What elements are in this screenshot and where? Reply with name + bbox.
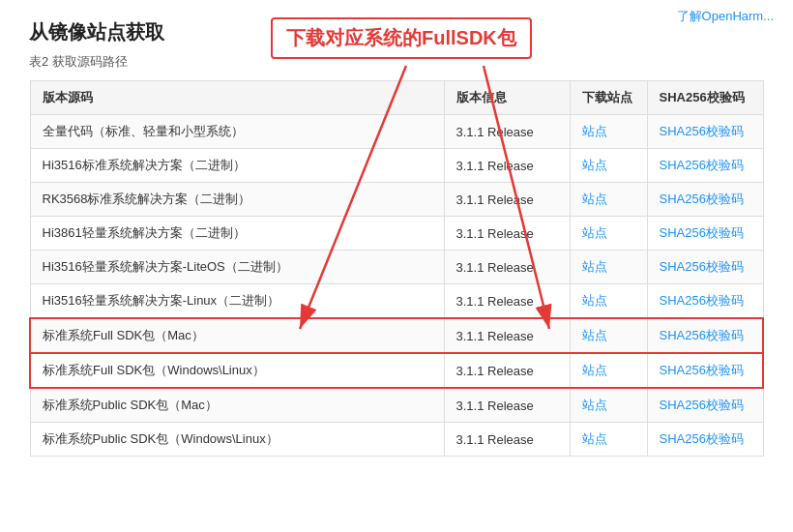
col-header-sha: SHA256校验码 xyxy=(647,81,763,115)
table-row: 标准系统Public SDK包（Mac）3.1.1 Release站点SHA25… xyxy=(30,388,763,423)
table-row: 标准系统Public SDK包（Windows\Linux）3.1.1 Rele… xyxy=(30,423,763,457)
row-sha-link[interactable]: SHA256校验码 xyxy=(647,284,763,319)
row-version: 3.1.1 Release xyxy=(444,423,570,457)
row-name: 标准系统Public SDK包（Windows\Linux） xyxy=(30,423,444,457)
row-site-link[interactable]: 站点 xyxy=(570,217,647,251)
row-name: 标准系统Full SDK包（Mac） xyxy=(30,318,444,353)
table-header-row: 版本源码 版本信息 下载站点 SHA256校验码 xyxy=(30,81,763,115)
callout-box: 下载对应系统的FullSDK包 xyxy=(271,17,532,59)
row-name: Hi3516标准系统解决方案（二进制） xyxy=(30,149,444,183)
row-version: 3.1.1 Release xyxy=(444,318,570,353)
row-site-link[interactable]: 站点 xyxy=(570,284,647,319)
row-sha-link[interactable]: SHA256校验码 xyxy=(647,149,763,183)
row-sha-link[interactable]: SHA256校验码 xyxy=(647,251,763,284)
table-row: Hi3861轻量系统解决方案（二进制）3.1.1 Release站点SHA256… xyxy=(30,217,763,251)
data-table: 版本源码 版本信息 下载站点 SHA256校验码 全量代码（标准、轻量和小型系统… xyxy=(29,80,764,457)
row-site-link[interactable]: 站点 xyxy=(570,388,647,423)
table-row: 标准系统Full SDK包（Mac）3.1.1 Release站点SHA256校… xyxy=(30,318,763,353)
row-version: 3.1.1 Release xyxy=(444,388,570,423)
row-version: 3.1.1 Release xyxy=(444,183,570,217)
row-sha-link[interactable]: SHA256校验码 xyxy=(647,388,763,423)
row-version: 3.1.1 Release xyxy=(444,251,570,284)
row-name: Hi3516轻量系统解决方案-Linux（二进制） xyxy=(30,284,444,319)
row-sha-link[interactable]: SHA256校验码 xyxy=(647,318,763,353)
row-site-link[interactable]: 站点 xyxy=(570,183,647,217)
row-version: 3.1.1 Release xyxy=(444,217,570,251)
row-site-link[interactable]: 站点 xyxy=(570,251,647,284)
row-name: 标准系统Full SDK包（Windows\Linux） xyxy=(30,353,444,388)
col-header-version: 版本信息 xyxy=(444,81,570,115)
row-sha-link[interactable]: SHA256校验码 xyxy=(647,353,763,388)
row-name: 全量代码（标准、轻量和小型系统） xyxy=(30,115,444,149)
row-version: 3.1.1 Release xyxy=(444,149,570,183)
row-sha-link[interactable]: SHA256校验码 xyxy=(647,115,763,149)
row-sha-link[interactable]: SHA256校验码 xyxy=(647,423,763,457)
row-sha-link[interactable]: SHA256校验码 xyxy=(647,217,763,251)
row-name: 标准系统Public SDK包（Mac） xyxy=(30,388,444,423)
top-link[interactable]: 了解OpenHarm... xyxy=(677,8,774,25)
row-site-link[interactable]: 站点 xyxy=(570,423,647,457)
table-row: 标准系统Full SDK包（Windows\Linux）3.1.1 Releas… xyxy=(30,353,763,388)
row-site-link[interactable]: 站点 xyxy=(570,318,647,353)
col-header-name: 版本源码 xyxy=(30,81,444,115)
table-row: 全量代码（标准、轻量和小型系统）3.1.1 Release站点SHA256校验码 xyxy=(30,115,763,149)
col-header-site: 下载站点 xyxy=(570,81,647,115)
row-version: 3.1.1 Release xyxy=(444,353,570,388)
table-row: Hi3516标准系统解决方案（二进制）3.1.1 Release站点SHA256… xyxy=(30,149,763,183)
row-version: 3.1.1 Release xyxy=(444,284,570,319)
row-name: Hi3861轻量系统解决方案（二进制） xyxy=(30,217,444,251)
row-version: 3.1.1 Release xyxy=(444,115,570,149)
row-site-link[interactable]: 站点 xyxy=(570,115,647,149)
table-row: Hi3516轻量系统解决方案-Linux（二进制）3.1.1 Release站点… xyxy=(30,284,763,319)
row-name: RK3568标准系统解决方案（二进制） xyxy=(30,183,444,217)
table-row: Hi3516轻量系统解决方案-LiteOS（二进制）3.1.1 Release站… xyxy=(30,251,763,284)
row-name: Hi3516轻量系统解决方案-LiteOS（二进制） xyxy=(30,251,444,284)
row-site-link[interactable]: 站点 xyxy=(570,149,647,183)
table-row: RK3568标准系统解决方案（二进制）3.1.1 Release站点SHA256… xyxy=(30,183,763,217)
row-sha-link[interactable]: SHA256校验码 xyxy=(647,183,763,217)
row-site-link[interactable]: 站点 xyxy=(570,353,647,388)
